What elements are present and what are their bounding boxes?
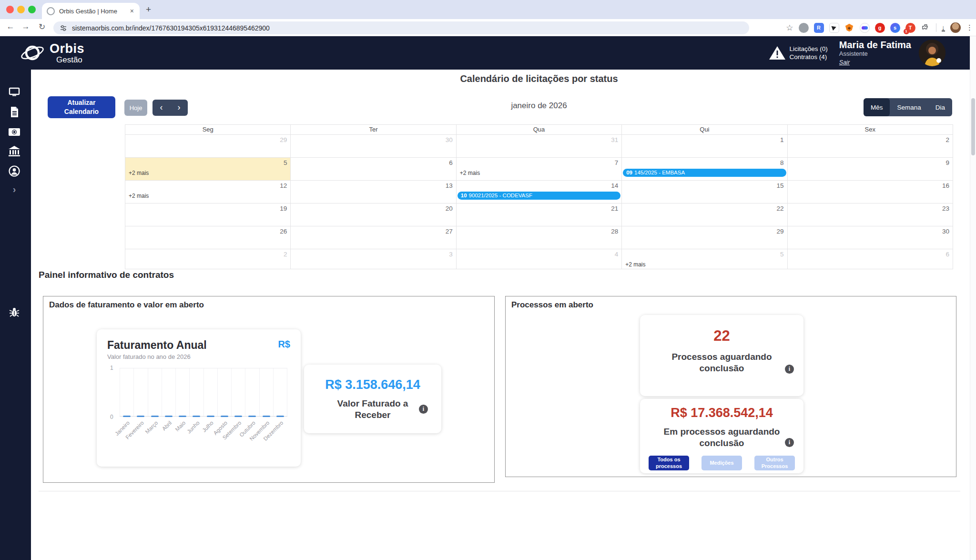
logout-link[interactable]: Sair — [839, 59, 850, 66]
sidebar-item-finance[interactable] — [8, 126, 20, 138]
view-semana-button[interactable]: Semana — [890, 98, 928, 116]
chart-month-label: Abril — [161, 420, 173, 432]
address-bar[interactable]: sistemaorbis.com.br/index/1767630194305x… — [53, 21, 749, 34]
calendar-day-cell[interactable]: 12+2 mais — [125, 181, 291, 204]
sidebar-item-documents[interactable] — [8, 106, 20, 118]
chart-bar-value — [151, 416, 159, 417]
tab-close-icon[interactable]: × — [129, 7, 135, 15]
calendar-day-cell[interactable]: 16 — [788, 181, 953, 204]
bookmark-star-icon[interactable]: ☆ — [786, 23, 793, 33]
calendar-day-cell[interactable]: 1 — [622, 135, 787, 158]
extension-blue-r-icon[interactable]: R — [814, 23, 824, 33]
document-icon — [9, 106, 20, 118]
calendar-more-link[interactable]: +2 mais — [622, 261, 787, 268]
calendar-day-cell[interactable]: 29 — [622, 226, 787, 249]
calendar-day-cell[interactable]: 20 — [291, 204, 456, 226]
view-mes-button[interactable]: Mês — [864, 98, 890, 116]
calendar-day-cell[interactable]: 21 — [457, 204, 622, 226]
calendar-day-cell[interactable]: 27 — [291, 226, 456, 249]
receivable-card: R$ 3.158.646,14 Valor Faturado a Receber… — [304, 365, 441, 433]
sidebar: › — [0, 70, 31, 560]
calendar-day-cell[interactable]: 19 — [125, 204, 291, 226]
calendar-day-cell[interactable]: 29 — [125, 135, 291, 158]
extension-send-icon[interactable] — [829, 23, 839, 33]
extension-pill-icon[interactable] — [860, 23, 870, 33]
calendar-day-cell[interactable]: 2 — [125, 249, 291, 269]
calendar-day-cell[interactable]: 15 — [622, 181, 787, 204]
view-dia-button[interactable]: Dia — [928, 98, 952, 116]
calendar-more-link[interactable]: +2 mais — [125, 170, 290, 176]
sidebar-item-profile[interactable] — [8, 165, 20, 177]
calendar-day-cell[interactable]: 22 — [622, 204, 787, 226]
calendar-day-cell[interactable]: 31 — [457, 135, 622, 158]
calendar-day-cell[interactable]: 2 — [788, 135, 953, 158]
calendar-day-cell[interactable]: 141090021/2025 - CODEVASF — [457, 181, 622, 204]
back-icon[interactable]: ← — [5, 22, 16, 31]
update-calendar-button[interactable]: Atualizar Calendario — [48, 96, 115, 118]
filter-medicoes-button[interactable]: Medições — [702, 456, 742, 470]
window-close-button[interactable] — [6, 6, 14, 13]
new-tab-button[interactable]: + — [146, 4, 151, 15]
filter-outros-button[interactable]: Outros Processos — [754, 456, 795, 470]
calendar-day-cell[interactable]: 30 — [291, 135, 456, 158]
calendar-event-time: 10 — [461, 193, 467, 198]
extension-gray-icon[interactable] — [799, 23, 809, 33]
extension-t-icon[interactable]: T1 — [905, 23, 915, 33]
extension-swirl-icon[interactable]: s — [890, 23, 900, 33]
receivable-label: Valor Faturado a Receber — [323, 398, 423, 421]
calendar-day-cell[interactable]: 23 — [788, 204, 953, 226]
currency-toggle[interactable]: R$ — [278, 339, 290, 350]
chart-column: Fevereiro — [133, 368, 147, 416]
calendar-day-cell[interactable]: 30 — [788, 226, 953, 249]
calendar-day-cell[interactable]: 5+2 mais — [622, 249, 787, 269]
browser-menu-icon[interactable]: ⋮ — [966, 23, 973, 32]
user-avatar[interactable] — [919, 40, 946, 66]
alerts-badge[interactable]: Licitações (0) Contratos (4) — [769, 45, 828, 61]
sidebar-expand-chevron-icon[interactable]: › — [8, 183, 20, 195]
calendar-day-cell[interactable]: 809145/2025 - EMBASA — [622, 158, 787, 181]
calendar-day-cell[interactable]: 26 — [125, 226, 291, 249]
bank-icon — [8, 145, 20, 157]
main-content: Calendário de licitações por status Atua… — [31, 70, 976, 560]
calendar-date: 5 — [622, 249, 787, 259]
forward-icon[interactable]: → — [20, 22, 31, 31]
info-icon[interactable]: i — [785, 365, 794, 374]
window-minimize-button[interactable] — [17, 6, 25, 13]
calendar-day-cell[interactable]: 13 — [291, 181, 456, 204]
calendar-day-cell[interactable]: 28 — [457, 226, 622, 249]
window-zoom-button[interactable] — [28, 6, 36, 13]
browser-profile-avatar[interactable] — [950, 22, 961, 33]
site-info-icon[interactable] — [60, 24, 67, 31]
calendar-date: 21 — [457, 204, 621, 213]
brand-tagline: Gestão — [50, 56, 84, 64]
extension-metamask-fox-icon[interactable] — [844, 23, 854, 33]
reload-icon[interactable]: ↻ — [36, 22, 48, 32]
info-icon[interactable]: i — [785, 438, 794, 447]
sidebar-item-debug[interactable] — [8, 306, 20, 318]
sidebar-item-monitor[interactable] — [8, 86, 20, 98]
toolbar-divider — [936, 23, 936, 32]
calendar-day-cell[interactable]: 9 — [788, 158, 953, 181]
downloads-icon[interactable]: ↓ — [942, 24, 946, 31]
sidebar-item-institution[interactable] — [8, 145, 20, 157]
calendar-more-link[interactable]: +2 mais — [457, 170, 621, 176]
filter-todos-button[interactable]: Todos os processos — [649, 456, 689, 470]
extension-g-icon[interactable]: g — [875, 23, 885, 33]
chart-column: Novembro — [259, 368, 273, 416]
calendar-event[interactable]: 09145/2025 - EMBASA — [623, 169, 786, 177]
calendar-day-cell[interactable]: 3 — [291, 249, 456, 269]
calendar-day-cell[interactable]: 5+2 mais — [125, 158, 291, 181]
calendar-day-cell[interactable]: 6 — [788, 249, 953, 269]
calendar-day-cell[interactable]: 4 — [457, 249, 622, 269]
info-icon[interactable]: i — [419, 405, 428, 414]
extensions-puzzle-icon[interactable] — [921, 23, 931, 33]
scrollbar-thumb[interactable] — [971, 98, 975, 155]
browser-tab[interactable]: Orbis Gestão | Home × — [42, 3, 140, 19]
calendar-day-cell[interactable]: 7+2 mais — [457, 158, 622, 181]
alert-licitacoes: Licitações (0) — [790, 45, 828, 53]
calendar-event[interactable]: 1090021/2025 - CODEVASF — [458, 192, 620, 200]
page-scrollbar[interactable] — [970, 36, 976, 560]
calendar-week-row: 2345+2 mais6 — [125, 249, 953, 269]
calendar-day-cell[interactable]: 6 — [291, 158, 456, 181]
calendar-more-link[interactable]: +2 mais — [125, 193, 290, 199]
